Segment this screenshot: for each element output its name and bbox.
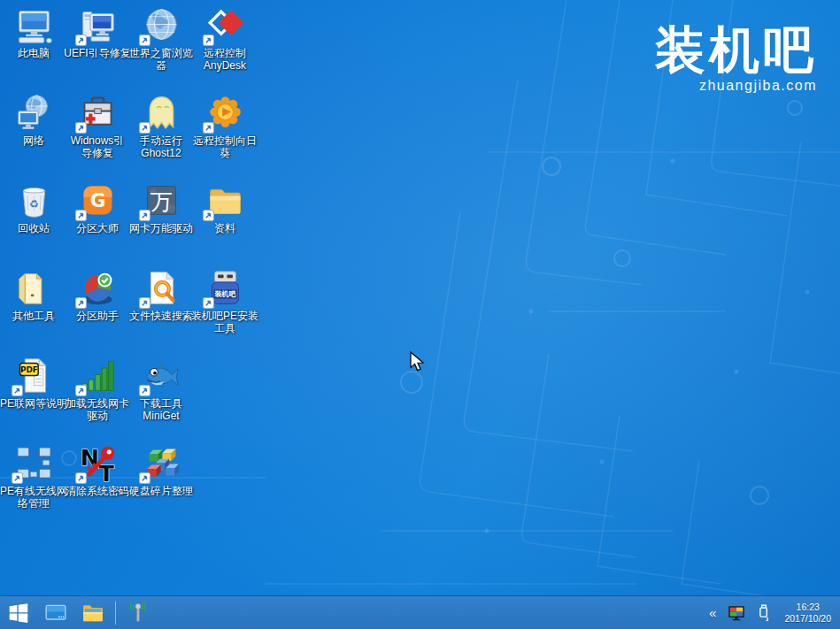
ghost-icon	[142, 93, 181, 133]
taskbar-separator	[115, 602, 116, 625]
shortcut-arrow-icon	[139, 385, 150, 396]
desktop: 装机吧 zhuangjiba.com 此电脑 UEFI引导修复 世界之窗浏览 器…	[0, 0, 840, 629]
clock-time: 16:23	[784, 602, 831, 613]
svg-text:万: 万	[150, 189, 172, 215]
shortcut-arrow-icon	[203, 297, 214, 309]
shortcut-arrow-icon	[203, 210, 214, 221]
file-explorer-button[interactable]	[74, 596, 112, 629]
shortcut-arrow-icon	[12, 385, 23, 396]
desktop-icon-file-search[interactable]: 文件快速搜索	[129, 268, 193, 322]
display-settings-tray-icon[interactable]	[727, 603, 746, 623]
desktop-icon-partition-assistant[interactable]: 分区助手	[66, 268, 129, 322]
desktop-icon-label: 装机吧PE安装 工具	[187, 310, 263, 334]
usb-device-tray-icon[interactable]	[754, 603, 774, 623]
desktop-icon-shark[interactable]: 下载工具 MiniGet	[129, 356, 193, 422]
shortcut-arrow-icon	[139, 122, 150, 134]
shortcut-arrow-icon	[75, 122, 87, 134]
desktop-icon-network-topology[interactable]: PE有线无线网 络管理	[2, 443, 66, 510]
desktop-icon-usb-pe[interactable]: 装机吧 装机吧PE安装 工具	[193, 268, 257, 334]
desktop-icon-label: 资料	[187, 222, 263, 234]
desktop-icon-defrag[interactable]: 硬盘碎片整理	[129, 443, 193, 497]
tray-icons	[727, 603, 774, 623]
folder-icon	[205, 180, 245, 220]
desktop-icon-anydesk[interactable]: 远程控制 AnyDesk	[193, 5, 257, 72]
partition-assistant-icon	[78, 268, 118, 308]
tray-expand-chevron-icon[interactable]: «	[707, 606, 718, 619]
start-button[interactable]	[0, 596, 37, 629]
network-topology-icon	[14, 443, 54, 483]
pe-network-tool-button[interactable]	[119, 596, 157, 629]
explorer-folder-icon	[81, 602, 104, 625]
desktop-icon-nt-password[interactable]: N T 清除系统密码	[66, 443, 129, 497]
shortcut-arrow-icon	[75, 472, 87, 484]
quick-launch	[37, 596, 112, 629]
shortcut-arrow-icon	[75, 297, 87, 309]
show-desktop-button[interactable]	[37, 596, 74, 629]
svg-text:T: T	[98, 461, 114, 483]
shark-icon	[142, 356, 181, 395]
desktop-icon-label: 远程控制向日 葵	[187, 134, 263, 159]
shortcut-arrow-icon	[139, 297, 150, 309]
anydesk-icon	[205, 5, 245, 45]
desktop-icon-sunflower[interactable]: 远程控制向日 葵	[193, 93, 257, 159]
deskband	[119, 596, 157, 629]
desktop-icon-label: 下载工具 MiniGet	[123, 397, 199, 422]
taskbar: « 16:23 2017/10/20	[0, 595, 840, 629]
desktop-icon-uefi-repair[interactable]: UEFI引导修复	[66, 5, 129, 59]
shortcut-arrow-icon	[75, 35, 87, 46]
browser-globe-icon	[142, 5, 181, 45]
repair-toolbox-icon	[78, 93, 118, 133]
svg-text:♻: ♻	[29, 198, 39, 211]
desktop-icon-recycle-bin[interactable]: ♻回收站	[2, 180, 66, 234]
open-folder-icon	[14, 268, 54, 308]
usb-pe-icon: 装机吧	[205, 268, 245, 308]
desktop-icon-folder[interactable]: 资料	[193, 180, 257, 234]
clock-date: 2017/10/20	[784, 613, 831, 625]
svg-text:PDF: PDF	[19, 365, 37, 374]
file-search-icon	[142, 268, 181, 308]
show-desktop-icon	[44, 602, 67, 625]
shortcut-arrow-icon	[203, 122, 214, 134]
desktop-icon-pdf-doc[interactable]: PDF PE联网等说明	[2, 356, 66, 410]
antenna-icon	[127, 602, 150, 625]
desktop-icon-signal-bars[interactable]: 加载无线网卡 驱动	[66, 356, 129, 422]
desktop-icon-browser-globe[interactable]: 世界之窗浏览 器	[129, 5, 193, 72]
diskgenius-icon: G	[78, 180, 118, 220]
shortcut-arrow-icon	[203, 35, 214, 46]
shortcut-arrow-icon	[139, 35, 150, 46]
brand-logo-subtitle: zhuangjiba.com	[655, 78, 817, 94]
windows-start-icon	[7, 602, 30, 625]
shortcut-arrow-icon	[75, 385, 87, 396]
svg-text:装机吧: 装机吧	[213, 290, 235, 298]
shortcut-arrow-icon	[139, 210, 150, 221]
pdf-doc-icon: PDF	[14, 356, 54, 395]
desktop-icon-network[interactable]: 网络	[2, 93, 66, 147]
defrag-icon	[142, 443, 181, 483]
desktop-icon-diskgenius[interactable]: G 分区大师	[66, 180, 129, 234]
shortcut-arrow-icon	[139, 472, 150, 484]
desktop-icon-wan-driver[interactable]: 万 网卡万能驱动	[129, 180, 193, 234]
this-pc-icon	[14, 5, 54, 45]
desktop-icon-repair-toolbox[interactable]: Widnows引 导修复	[66, 93, 129, 159]
network-icon	[14, 93, 54, 133]
uefi-repair-icon	[78, 5, 118, 45]
desktop-icon-label: 硬盘碎片整理	[123, 485, 199, 497]
desktop-icon-open-folder[interactable]: 其他工具	[2, 268, 66, 322]
taskbar-clock[interactable]: 16:23 2017/10/20	[782, 602, 831, 624]
signal-bars-icon	[78, 356, 118, 395]
desktop-icon-label: 远程控制 AnyDesk	[187, 47, 263, 72]
brand-logo: 装机吧 zhuangjiba.com	[655, 23, 817, 94]
svg-text:G: G	[89, 189, 105, 211]
wan-driver-icon: 万	[142, 180, 181, 220]
desktop-icon-ghost[interactable]: 手动运行 Ghost12	[129, 93, 193, 159]
sunflower-icon	[205, 93, 245, 133]
mouse-cursor	[410, 351, 425, 372]
brand-logo-title: 装机吧	[655, 23, 817, 76]
shortcut-arrow-icon	[75, 210, 87, 221]
shortcut-arrow-icon	[12, 472, 23, 484]
system-tray: « 16:23 2017/10/20	[707, 596, 840, 629]
taskbar-left-group	[0, 596, 157, 629]
desktop-icon-this-pc[interactable]: 此电脑	[2, 5, 66, 59]
recycle-bin-icon: ♻	[14, 180, 54, 220]
nt-password-icon: N T	[78, 443, 118, 483]
